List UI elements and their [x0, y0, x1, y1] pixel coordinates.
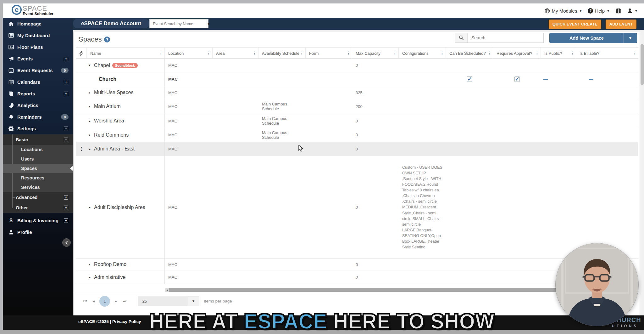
column-menu-icon[interactable]: ⋮ — [633, 51, 637, 56]
quick-event-create-button[interactable]: QUICK EVENT CREATE — [549, 20, 601, 29]
help-menu[interactable]: ? Help ▼ — [588, 8, 610, 14]
sidebar-item-locations[interactable]: Locations — [3, 145, 73, 154]
column-header-availability-schedule[interactable]: Availability Schedule⋮ — [258, 48, 306, 59]
vertical-scrollbar[interactable] — [640, 30, 644, 315]
sidebar-item-basic[interactable]: Basic − — [3, 134, 73, 145]
search-input[interactable] — [468, 33, 543, 42]
table-row-church[interactable]: Church MAC — [76, 72, 638, 86]
account-name-pill[interactable]: eSPACE Demo Account — [73, 19, 149, 28]
sidebar-item-homepage[interactable]: Homepage — [3, 18, 73, 30]
column-header-configurations[interactable]: Configurations⋮ — [399, 48, 446, 59]
sidebar-item-billing-invoicing[interactable]: $ Billing & Invoicing + — [3, 215, 73, 226]
column-header-area[interactable]: Area⋮ — [213, 48, 258, 59]
sidebar-item-users[interactable]: Users — [3, 154, 73, 164]
column-menu-icon[interactable]: ⋮ — [346, 51, 351, 56]
table-row-administrative[interactable]: ▸Administrative MAC 0 — [76, 270, 638, 284]
expand-caret-icon[interactable]: ▸ — [87, 133, 92, 137]
sidebar-collapse-button[interactable] — [62, 238, 71, 247]
expand-caret-icon[interactable]: ▸ — [87, 263, 92, 267]
column-menu-icon[interactable]: ⋮ — [487, 51, 491, 56]
expand-plus-icon[interactable]: + — [64, 218, 68, 223]
chevron-down-icon[interactable]: ▼ — [207, 20, 210, 28]
sidebar-item-event-requests[interactable]: Event Requests 0 — [3, 65, 73, 76]
expand-caret-icon[interactable]: ▸ — [87, 205, 92, 209]
reorder-column-header[interactable] — [76, 48, 87, 59]
first-page-button[interactable]: ⏮ — [83, 299, 87, 304]
checked-checkbox-icon[interactable] — [514, 76, 520, 82]
table-row-multi-use-spaces[interactable]: ▸Multi-Use Spaces MAC 325 — [76, 86, 638, 99]
expand-plus-icon[interactable]: + — [64, 80, 68, 84]
sidebar-item-other[interactable]: Other + — [3, 202, 73, 213]
page-size-select[interactable]: 25 ▼ — [138, 297, 199, 306]
column-header-location[interactable]: Location⋮ — [165, 48, 213, 59]
expand-plus-icon[interactable]: + — [64, 92, 68, 96]
expand-caret-icon[interactable]: ▸ — [87, 119, 92, 123]
sidebar-item-floor-plans[interactable]: Floor Plans — [3, 41, 73, 53]
table-row-rooftop-demo[interactable]: ▸Rooftop Demo MAC 0 — [76, 259, 638, 270]
sidebar-item-resources[interactable]: Resources — [3, 173, 73, 183]
sidebar-item-profile[interactable]: Profile — [3, 226, 73, 238]
table-row-main-atrium[interactable]: ▸Main Atrium MAC Main Campus Schedule 20… — [76, 99, 638, 114]
collapse-minus-icon[interactable]: − — [64, 138, 68, 142]
collapse-caret-icon[interactable]: ▾ — [87, 63, 92, 67]
column-menu-icon[interactable]: ⋮ — [207, 51, 211, 56]
gift-button[interactable] — [615, 8, 621, 14]
expand-caret-icon[interactable]: ▸ — [87, 91, 92, 95]
table-row-admin-area-east[interactable]: ⋮ ▸Admin Area - East MAC 0 — [76, 142, 638, 156]
add-event-button[interactable]: ADD EVENT — [606, 20, 636, 29]
column-menu-icon[interactable]: ⋮ — [440, 51, 444, 56]
sidebar-item-spaces[interactable]: Spaces — [3, 164, 73, 173]
table-row-chapel[interactable]: ▾ChapelSoundblock MAC 0 — [76, 59, 638, 72]
column-header-is-public[interactable]: Is Public?⋮ — [541, 48, 576, 59]
current-page-button[interactable]: 1 — [99, 296, 110, 307]
table-row-reid-commons[interactable]: ▸Reid Commons MAC Main Campus Schedule 0 — [76, 128, 638, 142]
expand-plus-icon[interactable]: + — [64, 206, 68, 210]
checked-checkbox-icon[interactable] — [467, 76, 472, 82]
column-menu-icon[interactable]: ⋮ — [393, 51, 397, 56]
event-search-combobox[interactable]: ▼ — [149, 19, 208, 28]
column-header-max-capacity[interactable]: Max Capacity⋮ — [352, 48, 399, 59]
column-header-form[interactable]: Form⋮ — [306, 48, 352, 59]
column-menu-icon[interactable]: ⋮ — [535, 51, 539, 56]
sidebar-item-events[interactable]: Events + — [3, 53, 73, 65]
last-page-button[interactable]: ⏭ — [123, 299, 126, 304]
user-menu[interactable]: ▼ — [627, 8, 638, 14]
expand-plus-icon[interactable]: + — [64, 57, 68, 61]
table-row-adult-discipleship-area[interactable]: ▸Adult Discipleship Area MAC 0 Custom - … — [76, 156, 638, 259]
column-menu-icon[interactable]: ⋮ — [253, 51, 257, 56]
column-menu-icon[interactable]: ⋮ — [159, 51, 163, 56]
espace-logo[interactable]: e SPACE Event Scheduler — [12, 5, 53, 16]
expand-caret-icon[interactable]: ▸ — [87, 275, 92, 279]
collapse-minus-icon[interactable]: − — [64, 127, 68, 131]
sidebar-item-settings[interactable]: Settings − — [3, 123, 73, 134]
sidebar-item-reports[interactable]: Reports + — [3, 88, 73, 99]
chevron-down-icon[interactable]: ▼ — [624, 33, 637, 43]
row-drag-handle-icon[interactable]: ⋮ — [76, 142, 87, 156]
expand-plus-icon[interactable]: + — [64, 195, 68, 200]
previous-page-button[interactable]: ◂ — [93, 299, 95, 303]
sidebar-item-advanced[interactable]: Advanced + — [3, 192, 73, 202]
scrollbar-thumb[interactable] — [641, 44, 644, 85]
expand-caret-icon[interactable]: ▸ — [87, 147, 92, 151]
column-menu-icon[interactable]: ⋮ — [300, 51, 304, 56]
column-header-can-be-scheduled[interactable]: Can Be Scheduled?⋮ — [446, 48, 493, 59]
scroll-left-arrow-icon[interactable]: ◂ — [165, 288, 169, 292]
event-search-input[interactable] — [150, 20, 207, 28]
sidebar-item-services[interactable]: Services — [3, 183, 73, 192]
sidebar-item-analytics[interactable]: Analytics — [3, 99, 73, 111]
column-header-requires-approval[interactable]: Requires Approval?⋮ — [493, 48, 541, 59]
chevron-down-icon[interactable]: ▼ — [187, 297, 199, 306]
column-header-name[interactable]: Name⋮ — [87, 48, 165, 59]
column-header-is-billable[interactable]: Is Billable?⋮ — [576, 48, 638, 59]
sidebar-item-reminders[interactable]: Reminders 0 — [3, 111, 73, 123]
add-new-space-button[interactable]: Add New Space ▼ — [549, 33, 637, 43]
my-modules-menu[interactable]: My Modules ▼ — [545, 8, 582, 14]
next-page-button[interactable]: ▸ — [115, 299, 117, 303]
sidebar-item-my-dashboard[interactable]: My Dashboard — [3, 30, 73, 41]
expand-caret-icon[interactable]: ▸ — [87, 105, 92, 109]
spaces-search-box[interactable] — [455, 33, 544, 43]
sidebar-item-calendars[interactable]: Calendars + — [3, 76, 73, 88]
table-row-worship-area[interactable]: ▸Worship Area MAC Main Campus Schedule 0 — [76, 114, 638, 128]
column-menu-icon[interactable]: ⋮ — [570, 51, 575, 56]
help-icon[interactable]: ? — [104, 37, 110, 42]
